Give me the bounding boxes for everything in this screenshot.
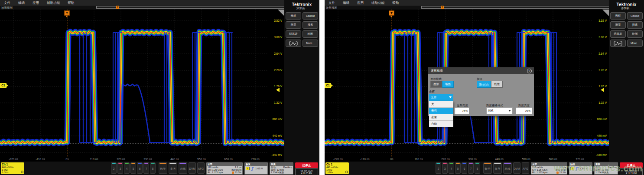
channel7-button[interactable]: 7	[468, 162, 474, 174]
channel-color-strip	[151, 163, 155, 164]
overview-trigger-marker[interactable]: T	[116, 6, 119, 9]
x-axis-label: 440 ns	[170, 158, 179, 161]
acquisition-panel[interactable]: 采集 自动,FastAcq 取样: 12 bits 1.754 M采集	[270, 162, 293, 175]
channel3-button[interactable]: 3	[117, 162, 123, 174]
waveform-display[interactable]: 3.52 V3.08 V2.64 V2.20 V1.76 V1.32 V880 …	[0, 10, 284, 162]
channel1-badge[interactable]: Ch 1 440 mV/div 1 MΩ 1 GHz	[325, 162, 349, 174]
corner-handle-icon[interactable]	[602, 10, 609, 16]
help-icon[interactable]: ?	[527, 69, 532, 73]
channel4-button[interactable]: 4	[124, 162, 130, 174]
interpolation-sinx-button[interactable]: Sin(x)/x	[477, 81, 491, 88]
channel2-button[interactable]: 2	[436, 162, 441, 174]
brand-panel: Tektronix	[609, 0, 644, 6]
channel6-button[interactable]: 6	[137, 162, 143, 174]
dvm-button[interactable]: DVM	[513, 162, 520, 174]
channel4-button[interactable]: 4	[449, 162, 454, 174]
measurement-badge-icon[interactable]	[610, 40, 626, 47]
afg-button[interactable]: AFG	[197, 162, 205, 174]
callout-button[interactable]: Callout	[627, 12, 643, 20]
horizontal-overview-bar[interactable]: T	[421, 6, 630, 9]
y-axis-label: 1.76 V	[274, 85, 282, 88]
dvm-button[interactable]: DVM	[189, 162, 196, 174]
menu-item-帮助[interactable]: 帮助	[64, 1, 78, 5]
measurement-badge-icon[interactable]	[286, 40, 301, 47]
side-button[interactable]: 光标	[286, 12, 301, 20]
总线-button[interactable]: 总线	[503, 162, 512, 174]
y-axis-label: 2.64 V	[274, 52, 282, 55]
数学-button[interactable]: 数学	[483, 162, 492, 174]
trigger-position-flag[interactable]: T	[64, 10, 70, 16]
channel5-button[interactable]: 5	[130, 162, 136, 174]
x-axis-label: 770 ns	[251, 158, 260, 161]
horizontal-panel[interactable]: 水平 110 ns/div1.1 μs SR: 1.25 GS/s800 ps/…	[206, 162, 243, 175]
horizontal-overview-bar[interactable]: T	[96, 6, 305, 9]
menu-item-帮助[interactable]: 帮助	[388, 1, 403, 5]
channel2-button[interactable]: 2	[111, 162, 117, 174]
menu-item-文件[interactable]: 文件	[0, 1, 14, 5]
menu-item-文件[interactable]: 文件	[325, 1, 339, 5]
channel8-button[interactable]: 8	[150, 162, 156, 174]
y-axis-label: 440 mV	[597, 134, 607, 137]
side-button[interactable]: 搜索	[627, 21, 643, 29]
brand-panel: Tektronix	[284, 0, 319, 6]
overview-trigger-marker[interactable]: T	[441, 6, 444, 9]
menu-item-辅助功能[interactable]: 辅助功能	[368, 1, 388, 5]
side-button[interactable]: 光标	[610, 12, 626, 20]
probe-icon	[21, 171, 23, 173]
参考-button[interactable]: 参考	[169, 162, 177, 174]
persistence-dropdown[interactable]: 无穷	[429, 94, 453, 101]
channel3-button[interactable]: 3	[442, 162, 448, 174]
trigger-level-arrow-icon[interactable]	[598, 88, 604, 92]
persistence-option-无穷[interactable]: 无穷	[429, 108, 453, 114]
channel-color-strip	[144, 163, 148, 164]
参考-button[interactable]: 参考	[493, 162, 502, 174]
side-button[interactable]: 结果表	[286, 30, 301, 38]
side-button[interactable]: 结果表	[610, 30, 626, 38]
side-button[interactable]: 搜索	[302, 21, 318, 29]
y-axis-label: 2.64 V	[598, 52, 607, 55]
menu-item-应用[interactable]: 应用	[353, 1, 368, 5]
run-stop-button[interactable]: 已停止	[295, 162, 318, 168]
waveform-intensity-input[interactable]: 75%	[454, 107, 469, 114]
menu-item-编辑[interactable]: 编辑	[14, 1, 29, 5]
channel1-marker[interactable]: C1	[325, 83, 331, 88]
side-button[interactable]: 绘图	[302, 30, 318, 38]
persistence-option-自动[interactable]: 自动	[429, 121, 453, 127]
trigger-level-arrow-icon[interactable]	[274, 88, 280, 92]
总线-button[interactable]: 总线	[179, 162, 187, 174]
channel6-button[interactable]: 6	[462, 162, 467, 174]
dialog-title-bar[interactable]: 波形视图 ?	[428, 67, 534, 74]
side-button[interactable]: 绘图	[627, 30, 643, 38]
trigger-panel[interactable]: 触发 1 1.65 V	[244, 162, 268, 175]
display-mode-overlay-button[interactable]: 叠加	[430, 81, 442, 88]
graticule-intensity-input[interactable]: 75%	[516, 107, 532, 114]
more-button[interactable]: More...	[627, 40, 643, 47]
callout-button[interactable]: Callout	[302, 12, 318, 20]
menu-item-辅助功能[interactable]: 辅助功能	[43, 1, 64, 5]
afg-button[interactable]: AFG	[522, 162, 529, 174]
side-button[interactable]: 测量	[286, 21, 301, 29]
graticule-style-dropdown[interactable]: 网格	[486, 107, 513, 114]
interpolation-linear-button[interactable]: 线性	[491, 81, 503, 88]
add-new-panel: 添加新... 光标Callout测量搜索结果表绘图More...	[609, 6, 644, 162]
channel-color-strip	[443, 163, 447, 164]
trigger-position-flag[interactable]: T	[389, 10, 394, 16]
display-mode-stacked-button[interactable]: 堆叠	[442, 81, 454, 88]
side-button[interactable]: 测量	[610, 21, 626, 29]
add-new-label: 添加新...	[284, 7, 319, 10]
menu-item-编辑[interactable]: 编辑	[339, 1, 353, 5]
channel1-badge[interactable]: Ch 1 440 mV/div 1 MΩ 1 GHz	[1, 162, 24, 174]
channel7-button[interactable]: 7	[143, 162, 149, 174]
persistence-option-关[interactable]: 关	[429, 101, 453, 108]
menu-item-应用[interactable]: 应用	[29, 1, 43, 5]
channel5-button[interactable]: 5	[455, 162, 461, 174]
x-axis-label: 550 ns	[522, 158, 530, 161]
persistence-option-变量[interactable]: 变量	[429, 114, 453, 121]
more-button[interactable]: More...	[302, 40, 318, 47]
x-axis-label: -220 ns	[333, 158, 343, 161]
persistence-options-list: 关无穷变量自动	[429, 101, 453, 127]
channel1-marker[interactable]: C1	[0, 83, 7, 88]
corner-handle-icon[interactable]	[278, 10, 284, 16]
数学-button[interactable]: 数学	[159, 162, 167, 174]
channel8-button[interactable]: 8	[475, 162, 480, 174]
